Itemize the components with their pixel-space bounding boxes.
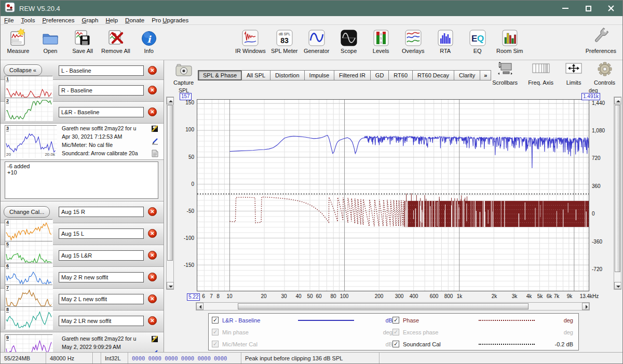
limits-button[interactable]: Limits [564,61,584,86]
spl-meter-button[interactable]: dB SPL83SPL Meter [271,27,298,54]
tab-clarity[interactable]: Clarity [454,70,480,80]
measurement-thumbnail-7[interactable]: 7 [5,285,52,307]
scroll-track[interactable] [529,303,582,310]
legend-checkbox[interactable]: ✓ [212,341,219,347]
tab-gd[interactable]: GD [370,70,389,80]
collapse-button[interactable]: Collapse « [4,64,42,76]
spl-phase-plot[interactable] [197,99,589,291]
change-cal-button[interactable]: Change Cal... [4,206,50,218]
menu-preferences[interactable]: Preferences [38,17,78,24]
save-small-icon[interactable] [151,335,159,345]
save-all-button[interactable]: Save All [69,27,96,54]
open-button[interactable]: Open [37,27,64,54]
tab-distortion[interactable]: Distortion [270,70,304,80]
menu-graph[interactable]: Graph [78,17,102,24]
y-right-tick: -720 [592,266,615,272]
measurement-name-field[interactable] [59,228,144,239]
measurement-name-field[interactable] [59,207,144,217]
legend-checkbox[interactable]: ✓ [392,317,399,323]
scroll-down-arrow[interactable] [614,282,621,289]
legend-row: ✓L&R - BaselinedB✓Phasedeg [212,314,575,326]
notes-box[interactable]: -6 added +10 [5,161,158,199]
menu-help[interactable]: Help [102,17,121,24]
graph-control-label: Scrollbars [492,79,518,86]
horizontal-scrollbar[interactable] [196,302,590,311]
delete-measurement-button[interactable]: ✕ [148,229,157,238]
delete-measurement-button[interactable]: ✕ [148,316,157,325]
tab-filtered-ir[interactable]: Filtered IR [334,70,371,80]
scroll-up-arrow[interactable] [614,97,621,104]
scroll-thumb[interactable] [615,105,620,272]
measurement-thumbnail-8[interactable]: 8 [5,306,52,329]
scroll-thumb[interactable] [167,105,173,261]
scroll-up-arrow[interactable] [167,97,174,104]
measurement-name-field[interactable] [59,316,144,326]
freq-axis-button[interactable]: Freq. Axis [528,61,553,86]
eq-button[interactable]: EQEQ [464,27,491,54]
maximize-button[interactable] [577,1,600,16]
controls-button[interactable]: Controls [594,61,615,86]
legend-checkbox[interactable]: ✓ [212,329,219,335]
pencil-small-icon[interactable] [151,137,159,147]
scroll-left-arrow[interactable] [196,303,204,310]
scroll-down-arrow[interactable] [167,282,174,289]
preferences-button[interactable]: Preferences [586,27,616,54]
tab-rt60-decay[interactable]: RT60 Decay [412,70,454,80]
pencil-small-icon[interactable] [151,349,159,352]
measurement-name-field[interactable] [59,272,144,282]
menu-pro-upgrades[interactable]: Pro Upgrades [148,17,192,24]
scrollbars-button[interactable]: Scrollbars [492,61,518,86]
measurement-thumbnail-2[interactable]: 2 [5,98,52,120]
delete-measurement-button[interactable]: ✕ [148,66,157,75]
scroll-track[interactable] [204,303,238,310]
remove-all-button[interactable]: Remove All [101,27,130,54]
overlays-button[interactable]: Overlays [400,27,427,54]
delete-measurement-button[interactable]: ✕ [148,251,157,260]
delete-measurement-button[interactable]: ✕ [148,273,157,281]
measurement-thumbnail-5[interactable]: 5 [5,241,52,264]
info-button[interactable]: iInfo [136,27,162,54]
measurement-name-field[interactable] [59,294,144,304]
delete-measurement-button[interactable]: ✕ [148,86,157,95]
delete-measurement-button[interactable]: ✕ [148,107,157,116]
notes-small-icon[interactable] [151,150,158,159]
room-sim-button[interactable]: Room Sim [496,27,523,54]
tab-all-spl[interactable]: All SPL [241,70,270,80]
tab-rt60[interactable]: RT60 [388,70,413,80]
rta-button[interactable]: RTA [432,27,459,54]
generator-button[interactable]: Generator [303,27,330,54]
save-small-icon[interactable] [151,125,159,134]
measurement-thumbnail-6[interactable]: 6 [5,263,52,286]
delete-measurement-button[interactable]: ✕ [148,207,157,216]
tab-spl-phase[interactable]: SPL & Phase [198,70,242,80]
measurement-name-field[interactable] [59,65,144,76]
tab-impulse[interactable]: Impulse [304,70,335,80]
menu-donate[interactable]: Donate [121,17,148,24]
measurement-name-field[interactable] [59,250,144,261]
menu-file[interactable]: File [1,17,18,24]
scroll-right-arrow[interactable] [582,303,589,310]
left-vertical-scrollbar[interactable] [166,97,174,290]
measurement-thumbnail-3[interactable]: 32020.0k [5,125,57,157]
capture-button[interactable]: Capture [173,63,194,86]
levels-button[interactable]: 059Levels [368,27,395,54]
scope-button[interactable]: Scope [335,27,362,54]
measure-button[interactable]: Measure [5,27,32,54]
delete-measurement-button[interactable]: ✕ [148,294,157,303]
x-tick: 80 [330,293,336,299]
measurement-name-field[interactable] [59,107,144,117]
measurement-name-field[interactable] [59,85,144,96]
tab-overflow-button[interactable]: » [480,70,491,80]
close-button[interactable] [600,1,622,16]
scroll-thumb[interactable] [238,303,529,309]
measurement-thumbnail-9[interactable]: 9 [5,334,52,352]
legend-checkbox[interactable]: ✓ [392,341,399,347]
ir-windows-button[interactable]: IR Windows [235,27,266,54]
legend-checkbox[interactable]: ✓ [212,317,219,323]
measurement-thumbnail-1[interactable]: 1 [5,76,52,99]
minimize-button[interactable] [554,1,577,16]
legend-checkbox[interactable]: ✓ [392,329,399,335]
right-vertical-scrollbar[interactable] [614,97,621,290]
menu-tools[interactable]: Tools [18,17,39,24]
measurement-thumbnail-4[interactable]: 4 [5,219,52,242]
